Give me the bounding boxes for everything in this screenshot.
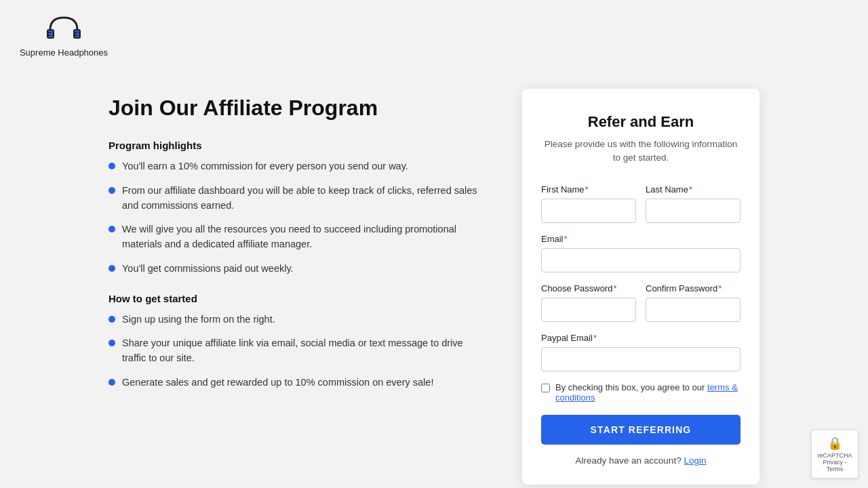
terms-checkbox-row: By checking this box, you agree to our t… [541, 382, 741, 403]
recaptcha-text: reCAPTCHAPrivacy - Terms [818, 452, 852, 472]
start-referring-button[interactable]: START REFERRING [541, 415, 741, 445]
email-label: Email* [541, 234, 741, 244]
first-name-label: First Name* [541, 184, 636, 195]
list-item: We will give you all the resources you n… [108, 222, 481, 252]
form-subtitle: Please provide us with the following inf… [541, 138, 741, 165]
last-name-input[interactable] [646, 199, 741, 223]
name-row: First Name* Last Name* [541, 184, 741, 223]
highlight-text-4: You'll get commissions paid out weekly. [122, 262, 294, 277]
highlights-heading: Program highlights [108, 140, 481, 151]
affiliate-form-card: Refer and Earn Please provide us with th… [522, 89, 760, 485]
list-item: Sign up using the form on the right. [108, 312, 481, 327]
bullet-icon [108, 226, 115, 232]
first-name-group: First Name* [541, 184, 636, 223]
login-row: Already have an account? Login [541, 455, 741, 466]
bullet-icon [108, 187, 115, 194]
bullet-icon [108, 379, 115, 386]
email-group: Email* [541, 234, 741, 272]
svg-rect-8 [51, 30, 52, 37]
terms-label: By checking this box, you agree to our t… [555, 382, 741, 403]
bullet-icon [108, 163, 115, 169]
how-text-3: Generate sales and get rewarded up to 10… [122, 375, 433, 390]
form-title: Refer and Earn [541, 113, 741, 131]
page-title: Join Our Affiliate Program [108, 96, 481, 121]
highlight-text-2: From our affiliate dashboard you will be… [122, 184, 481, 214]
highlights-list: You'll earn a 10% commission for every p… [108, 159, 481, 277]
first-name-input[interactable] [541, 199, 636, 223]
highlight-text-3: We will give you all the resources you n… [122, 222, 481, 252]
paypal-email-label: Paypal Email* [541, 333, 741, 343]
choose-password-group: Choose Password* [541, 283, 636, 322]
how-heading: How to get started [108, 293, 481, 304]
choose-password-label: Choose Password* [541, 283, 636, 293]
terms-checkbox[interactable] [541, 384, 550, 392]
list-item: You'll earn a 10% commission for every p… [108, 159, 481, 174]
confirm-password-label: Confirm Password* [646, 283, 741, 293]
header: Supreme Headphones [0, 0, 868, 68]
main-container: Join Our Affiliate Program Program highl… [0, 68, 868, 488]
required-star: * [689, 184, 692, 195]
how-text-1: Sign up using the form on the right. [122, 312, 275, 327]
last-name-group: Last Name* [646, 184, 741, 223]
logo-text: Supreme Headphones [20, 47, 108, 58]
bullet-icon [108, 265, 115, 272]
how-list: Sign up using the form on the right. Sha… [108, 312, 481, 390]
confirm-password-input[interactable] [646, 298, 741, 322]
email-input[interactable] [541, 248, 741, 272]
required-star: * [718, 283, 722, 293]
left-content: Join Our Affiliate Program Program highl… [108, 89, 481, 407]
choose-password-input[interactable] [541, 298, 636, 322]
highlight-text-1: You'll earn a 10% commission for every p… [122, 159, 408, 174]
bullet-icon [108, 340, 115, 346]
paypal-email-input[interactable] [541, 347, 741, 371]
required-star: * [585, 184, 589, 195]
bullet-icon [108, 316, 115, 323]
recaptcha-badge: 🔒 reCAPTCHAPrivacy - Terms [811, 430, 859, 479]
headphones-icon [43, 11, 84, 45]
svg-rect-9 [77, 30, 79, 37]
list-item: You'll get commissions paid out weekly. [108, 262, 481, 277]
recaptcha-icon: 🔒 [827, 436, 842, 451]
list-item: From our affiliate dashboard you will be… [108, 184, 481, 214]
last-name-label: Last Name* [646, 184, 741, 195]
logo: Supreme Headphones [16, 11, 111, 58]
confirm-password-group: Confirm Password* [646, 283, 741, 322]
required-star: * [593, 333, 597, 343]
login-text: Already have an account? [576, 455, 682, 466]
required-star: * [614, 283, 617, 293]
paypal-email-group: Paypal Email* [541, 333, 741, 371]
how-text-2: Share your unique affiliate link via ema… [122, 336, 481, 366]
list-item: Share your unique affiliate link via ema… [108, 336, 481, 366]
list-item: Generate sales and get rewarded up to 10… [108, 375, 481, 390]
password-row: Choose Password* Confirm Password* [541, 283, 741, 322]
login-link[interactable]: Login [684, 455, 706, 466]
required-star: * [564, 234, 568, 244]
